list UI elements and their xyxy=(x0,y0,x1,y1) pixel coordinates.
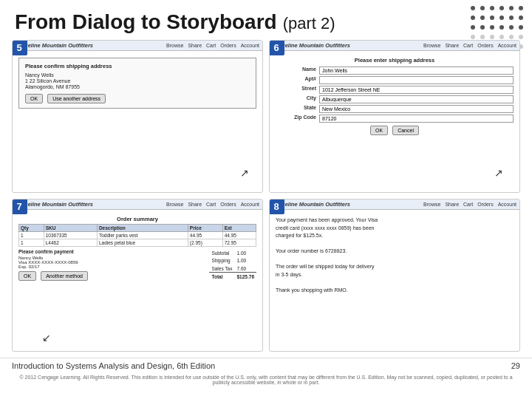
confirm-shipping-box-5: Please confirm shipping address Nancy We… xyxy=(18,58,256,109)
panel-5-nav: Ridgeline Mountain Outfitters Browse Sha… xyxy=(13,41,262,51)
msg-thanks: Thank you shopping with RMO. xyxy=(276,287,514,295)
panel-6-body: Please enter shipping address Name Apt# … xyxy=(270,51,519,139)
nav-cart-5[interactable]: Cart xyxy=(206,43,216,48)
order-title-7: Order summary xyxy=(18,216,256,222)
step-badge-6: 6 xyxy=(269,40,284,55)
address-line-1: Nancy Wells xyxy=(25,72,250,78)
col-ext: Ext xyxy=(222,225,256,232)
msg-line-3: charged for $125.5x. xyxy=(276,232,514,240)
nav-cart-7[interactable]: Cart xyxy=(206,202,216,207)
col-desc: Description xyxy=(97,225,188,232)
btn-row-6: OK Cancel xyxy=(276,126,514,135)
nav-orders-7[interactable]: Orders xyxy=(220,202,236,207)
label-apt: Apt# xyxy=(276,76,316,84)
panel-8-nav: Ridgeline Mountain Outfitters Browse Sha… xyxy=(270,200,519,210)
panel-8: 8 Ridgeline Mountain Outfitters Browse S… xyxy=(269,199,520,352)
payment-totals-area: Please confirm payment Nancy Wells Visa … xyxy=(18,249,256,281)
order-table-7: Qty SKU Description Price Ext 1 10367335… xyxy=(18,224,256,247)
nav-share-8[interactable]: Share xyxy=(445,202,459,207)
nav-orders-8[interactable]: Orders xyxy=(477,202,493,207)
panel-6-nav: Ridgeline Mountain Outfitters Browse Sha… xyxy=(270,41,519,51)
form-title-6: Please enter shipping address xyxy=(276,57,514,64)
label-state: State xyxy=(276,105,316,113)
panel-5: 5 Ridgeline Mountain Outfitters Browse S… xyxy=(12,40,263,193)
panel-7-body: Order summary Qty SKU Description Price … xyxy=(13,210,262,284)
title-main: From Dialog to Storyboard xyxy=(15,10,277,34)
nav-links-7: Browse Share Cart Orders Account xyxy=(166,202,259,207)
ok-button-7[interactable]: OK xyxy=(18,271,36,281)
panel-7-nav: Ridgeline Mountain Outfitters Browse Sha… xyxy=(13,200,262,210)
copyright-footer: © 2012 Cengage Learning. All Rights Rese… xyxy=(0,373,532,386)
nav-browse-5[interactable]: Browse xyxy=(166,43,183,48)
arrow-pointer-6: ↗ xyxy=(494,167,503,179)
msg-line-2: credit card (xxxx xxxx xxxx 0859) has be… xyxy=(276,225,514,233)
totals-total: Total $125.76 xyxy=(209,273,256,281)
label-city: City xyxy=(276,95,316,103)
address-line-2: 1 22 Silicon Avenue xyxy=(25,78,250,83)
another-method-button[interactable]: Another method xyxy=(41,271,88,281)
totals-shipping: Shipping 1.00 xyxy=(209,256,256,264)
nav-account-7[interactable]: Account xyxy=(241,202,259,207)
msg-shipping-1: The order will be shipped today for deli… xyxy=(276,263,514,271)
ok-button-6[interactable]: OK xyxy=(370,126,388,135)
label-zip: Zip Code xyxy=(276,115,316,123)
page-title: From Dialog to Storyboard (part 2) xyxy=(0,0,532,40)
input-zip[interactable] xyxy=(319,115,514,123)
panel-8-body: Your payment has been approved. Your Vis… xyxy=(270,210,519,301)
nav-account-5[interactable]: Account xyxy=(241,43,259,48)
footer-citation: Introduction to Systems Analysis and Des… xyxy=(12,361,215,370)
input-state[interactable] xyxy=(319,105,514,113)
use-another-address-button[interactable]: Use another address xyxy=(47,94,106,103)
footer: Introduction to Systems Analysis and Des… xyxy=(0,358,532,373)
nav-share-7[interactable]: Share xyxy=(188,202,202,207)
panel-7: 7 Ridgeline Mountain Outfitters Browse S… xyxy=(12,199,263,352)
step-badge-7: 7 xyxy=(12,199,27,214)
input-street[interactable] xyxy=(319,86,514,94)
copyright-text: © 2012 Cengage Learning. All Rights Rese… xyxy=(19,375,512,385)
ok-button-5[interactable]: OK xyxy=(25,94,43,103)
nav-orders-5[interactable]: Orders xyxy=(220,43,236,48)
totals-subtotal: Subtotal 1.00 xyxy=(209,249,256,256)
panel-6: 6 Ridgeline Mountain Outfitters Browse S… xyxy=(269,40,520,193)
msg-order-number: Your order number is 6728823. xyxy=(276,248,514,256)
label-name: Name xyxy=(276,66,316,75)
msg-line-1: Your payment has been approved. Your Vis… xyxy=(276,216,514,225)
nav-orders-6[interactable]: Orders xyxy=(477,43,493,48)
page-number: 29 xyxy=(511,361,520,370)
msg-shipping-2: in 3-5 days. xyxy=(276,271,514,279)
col-sku: SKU xyxy=(44,225,97,232)
payment-info-7: Please confirm payment Nancy Wells Visa … xyxy=(18,249,88,281)
nav-account-6[interactable]: Account xyxy=(498,43,516,48)
nav-browse-8[interactable]: Browse xyxy=(423,202,440,207)
cancel-button-6[interactable]: Cancel xyxy=(392,126,419,135)
nav-browse-6[interactable]: Browse xyxy=(423,43,440,48)
totals-table-7: Subtotal 1.00 Shipping 1.00 Sales Tax 7.… xyxy=(209,249,256,281)
arrow-pointer-7: ↙ xyxy=(42,332,51,344)
confirm-title-5: Please confirm shipping address xyxy=(25,63,250,69)
nav-account-8[interactable]: Account xyxy=(498,202,516,207)
order-row-1: 1 10367335 Toddler parks vest 44.95 44.9… xyxy=(19,232,256,239)
nav-links-6: Browse Share Cart Orders Account xyxy=(423,43,516,48)
nav-share-5[interactable]: Share xyxy=(188,43,202,48)
btn-row-5: OK Use another address xyxy=(25,94,250,103)
nav-cart-6[interactable]: Cart xyxy=(463,43,473,48)
input-apt[interactable] xyxy=(319,76,514,84)
nav-browse-7[interactable]: Browse xyxy=(166,202,183,207)
confirm-payment-label: Please confirm payment xyxy=(18,249,88,254)
nav-cart-8[interactable]: Cart xyxy=(463,202,473,207)
input-name[interactable] xyxy=(319,66,514,75)
totals-tax: Sales Tax 7.60 xyxy=(209,265,256,273)
nav-links-8: Browse Share Cart Orders Account xyxy=(423,202,516,207)
step-badge-8: 8 xyxy=(269,199,284,214)
btn-row-7: OK Another method xyxy=(18,271,88,281)
input-city[interactable] xyxy=(319,95,514,103)
nav-share-6[interactable]: Share xyxy=(445,43,459,48)
order-row-2: 1 L4462 Ladies petal blue (2.95) 72.95 xyxy=(19,239,256,247)
nav-links-5: Browse Share Cart Orders Account xyxy=(166,43,259,48)
col-qty: Qty xyxy=(19,225,44,232)
panel-5-body: Please confirm shipping address Nancy We… xyxy=(13,51,262,115)
confirmation-message: Your payment has been approved. Your Vis… xyxy=(276,216,514,294)
step-badge-5: 5 xyxy=(12,40,27,55)
label-street: Street xyxy=(276,86,316,94)
storyboard-grid: 5 Ridgeline Mountain Outfitters Browse S… xyxy=(0,40,532,358)
